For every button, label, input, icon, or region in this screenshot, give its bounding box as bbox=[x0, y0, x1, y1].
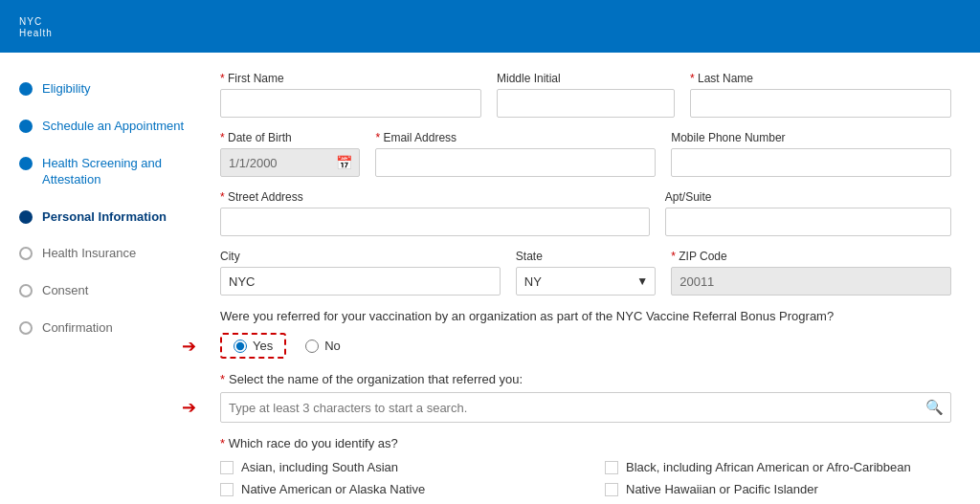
dob-input-wrapper: 📅 bbox=[220, 148, 360, 177]
apt-suite-group: Apt/Suite bbox=[665, 190, 951, 236]
first-name-input[interactable] bbox=[220, 89, 481, 118]
referral-radio-row: ➔ Yes No bbox=[220, 333, 951, 359]
sidebar-label-health-screening: Health Screening and Attestation bbox=[42, 156, 191, 188]
last-name-label: * Last Name bbox=[690, 72, 951, 85]
city-label: City bbox=[220, 250, 501, 263]
street-address-label: * Street Address bbox=[220, 190, 650, 204]
dob-label: * Date of Birth bbox=[220, 131, 360, 144]
middle-initial-group: Middle Initial bbox=[497, 72, 675, 118]
race-checkbox-native-american[interactable] bbox=[220, 483, 234, 496]
sidebar-item-personal-info[interactable]: Personal Information bbox=[19, 209, 191, 226]
sidebar-label-schedule: Schedule an Appointment bbox=[42, 119, 184, 135]
org-search-label: * Select the name of the organization th… bbox=[220, 372, 951, 386]
nyc-logo: NYC Health bbox=[19, 15, 53, 38]
search-input-wrapper: 🔍 bbox=[220, 392, 951, 423]
apt-suite-label: Apt/Suite bbox=[665, 190, 951, 204]
race-option-black[interactable]: Black, including African American or Afr… bbox=[605, 460, 951, 474]
sidebar-item-schedule[interactable]: Schedule an Appointment bbox=[19, 119, 191, 135]
dob-email-row: * Date of Birth 📅 * Email Address Mobile… bbox=[220, 131, 951, 177]
mobile-phone-input[interactable] bbox=[671, 148, 951, 177]
first-name-group: * First Name bbox=[220, 72, 481, 118]
no-label: No bbox=[324, 339, 341, 353]
mobile-phone-label: Mobile Phone Number bbox=[671, 131, 951, 144]
race-checkbox-asian[interactable] bbox=[220, 461, 234, 474]
header: NYC Health bbox=[0, 0, 980, 53]
middle-initial-input[interactable] bbox=[497, 89, 675, 118]
sidebar-label-confirmation: Confirmation bbox=[42, 320, 113, 337]
sidebar-dot-personal-info bbox=[19, 210, 33, 224]
yes-label: Yes bbox=[253, 339, 273, 353]
no-option[interactable]: No bbox=[305, 339, 341, 353]
middle-initial-label: Middle Initial bbox=[497, 72, 675, 85]
dob-input[interactable] bbox=[220, 148, 360, 177]
race-section: * Which race do you identify as? Asian, … bbox=[220, 436, 951, 504]
race-option-native-american[interactable]: Native American or Alaska Native bbox=[220, 482, 567, 496]
referral-section: Were you referred for your vaccination b… bbox=[220, 309, 951, 359]
name-row: * First Name Middle Initial * Last Name bbox=[220, 72, 951, 118]
race-checkbox-black[interactable] bbox=[605, 461, 618, 474]
zip-group: * ZIP Code bbox=[671, 250, 951, 296]
sidebar-item-eligibility[interactable]: Eligibility bbox=[19, 81, 191, 98]
sidebar-label-personal-info: Personal Information bbox=[42, 209, 167, 226]
race-question-label: * Which race do you identify as? bbox=[220, 436, 951, 450]
org-search-input[interactable] bbox=[220, 392, 951, 423]
address-row: * Street Address Apt/Suite bbox=[220, 190, 951, 236]
last-name-group: * Last Name bbox=[690, 72, 951, 118]
arrow-indicator-search: ➔ bbox=[182, 397, 196, 418]
race-label-pacific-islander: Native Hawaiian or Pacific Islander bbox=[626, 482, 818, 496]
sidebar-dot-health-screening bbox=[19, 157, 33, 170]
sidebar-label-consent: Consent bbox=[42, 283, 88, 299]
street-address-group: * Street Address bbox=[220, 190, 650, 236]
race-option-asian[interactable]: Asian, including South Asian bbox=[220, 460, 567, 474]
race-options-grid: Asian, including South Asian Black, incl… bbox=[220, 460, 951, 504]
state-group: State NY NJ CT ▼ bbox=[516, 250, 656, 296]
sidebar-dot-consent bbox=[19, 284, 33, 297]
referral-question-text: Were you referred for your vaccination b… bbox=[220, 309, 951, 323]
city-group: City bbox=[220, 250, 501, 296]
form-area: * First Name Middle Initial * Last Name bbox=[211, 53, 980, 504]
no-radio[interactable] bbox=[305, 340, 319, 353]
zip-input[interactable] bbox=[671, 267, 951, 296]
yes-radio[interactable] bbox=[234, 340, 247, 353]
yes-option[interactable]: Yes bbox=[220, 333, 286, 359]
sidebar: Eligibility Schedule an Appointment Heal… bbox=[0, 53, 211, 504]
sidebar-item-consent[interactable]: Consent bbox=[19, 283, 191, 299]
main-container: Eligibility Schedule an Appointment Heal… bbox=[0, 53, 980, 504]
sidebar-item-confirmation[interactable]: Confirmation bbox=[19, 320, 191, 337]
zip-label: * ZIP Code bbox=[671, 250, 951, 263]
city-input[interactable] bbox=[220, 267, 501, 296]
race-label-black: Black, including African American or Afr… bbox=[626, 460, 911, 474]
arrow-indicator-referral: ➔ bbox=[182, 336, 196, 357]
apt-suite-input[interactable] bbox=[665, 208, 951, 236]
email-input[interactable] bbox=[375, 148, 656, 177]
race-label-native-american: Native American or Alaska Native bbox=[241, 482, 425, 496]
logo-main: NYC bbox=[19, 17, 53, 27]
sidebar-item-health-insurance[interactable]: Health Insurance bbox=[19, 246, 191, 262]
sidebar-dot-eligibility bbox=[19, 82, 33, 96]
race-label-asian: Asian, including South Asian bbox=[241, 460, 398, 474]
race-option-pacific-islander[interactable]: Native Hawaiian or Pacific Islander bbox=[605, 482, 951, 496]
sidebar-item-health-screening[interactable]: Health Screening and Attestation bbox=[19, 156, 191, 188]
mobile-phone-group: Mobile Phone Number bbox=[671, 131, 951, 177]
email-group: * Email Address bbox=[375, 131, 656, 177]
first-name-label: * First Name bbox=[220, 72, 481, 85]
sidebar-dot-health-insurance bbox=[19, 247, 33, 260]
last-name-input[interactable] bbox=[690, 89, 951, 118]
state-select[interactable]: NY NJ CT bbox=[516, 267, 656, 296]
org-search-wrapper: ➔ 🔍 bbox=[220, 392, 951, 423]
sidebar-label-health-insurance: Health Insurance bbox=[42, 246, 136, 262]
email-label: * Email Address bbox=[375, 131, 656, 144]
sidebar-dot-schedule bbox=[19, 120, 33, 133]
street-address-input[interactable] bbox=[220, 208, 650, 236]
race-checkbox-pacific-islander[interactable] bbox=[605, 483, 618, 496]
sidebar-dot-confirmation bbox=[19, 321, 33, 335]
state-label: State bbox=[516, 250, 656, 263]
sidebar-label-eligibility: Eligibility bbox=[42, 81, 91, 98]
logo-sub: Health bbox=[19, 29, 53, 38]
state-select-wrapper: NY NJ CT ▼ bbox=[516, 267, 656, 296]
org-search-section: * Select the name of the organization th… bbox=[220, 372, 951, 423]
dob-group: * Date of Birth 📅 bbox=[220, 131, 360, 177]
city-state-zip-row: City State NY NJ CT ▼ bbox=[220, 250, 951, 296]
